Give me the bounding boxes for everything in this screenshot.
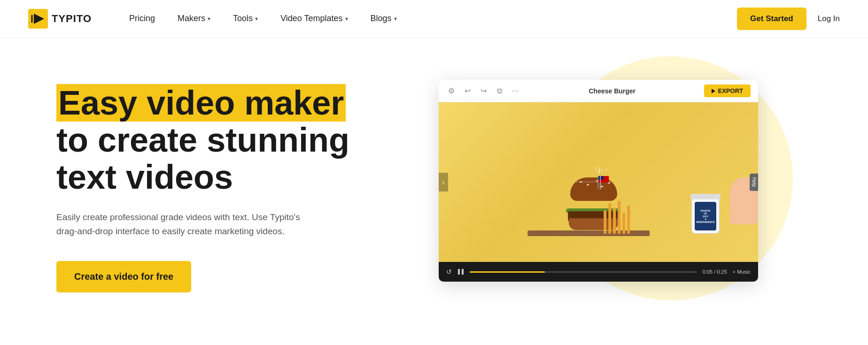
sesame-2: [587, 184, 589, 185]
cup-label-text: FOURTHOFJULY★INDEPENDENCE: [696, 209, 715, 223]
editor-toolbar: ⚙ ↩ ↪ ⧉ ⋯ Cheese Burger EXPORT: [439, 80, 758, 102]
cta-button[interactable]: Create a video for free: [56, 261, 191, 292]
tools-dropdown-icon: ▾: [255, 15, 258, 22]
export-label: EXPORT: [718, 87, 743, 94]
hero-title-highlight: Easy video maker: [56, 84, 346, 122]
cup-body: FOURTHOFJULY★INDEPENDENCE: [691, 199, 720, 234]
help-tab[interactable]: Help: [750, 174, 758, 191]
logo-text: TYPITO: [52, 13, 92, 25]
editor-mockup: ⚙ ↩ ↪ ⧉ ⋯ Cheese Burger EXPORT: [439, 80, 758, 282]
export-button[interactable]: EXPORT: [704, 84, 751, 97]
nav-video-templates[interactable]: Video Templates ▾: [280, 14, 348, 23]
nav-makers[interactable]: Makers ▾: [178, 14, 210, 23]
video-nav-left[interactable]: ‹: [439, 173, 448, 192]
nav-actions: Get Started Log In: [737, 8, 840, 30]
export-play-icon: [712, 89, 715, 93]
fry-6: [627, 206, 630, 234]
hero-content: Easy video maker to create stunning text…: [56, 66, 376, 292]
hero-subtitle: Easily create professional grade videos …: [56, 210, 319, 239]
progress-bar[interactable]: [470, 271, 697, 273]
get-started-button[interactable]: Get Started: [737, 8, 806, 30]
pause-button[interactable]: [457, 268, 464, 275]
cup-label: FOURTHOFJULY★INDEPENDENCE: [695, 202, 716, 230]
wood-board: [527, 230, 650, 236]
sparkler: [600, 167, 605, 189]
settings-icon[interactable]: ⚙: [446, 86, 457, 96]
fry-5: [622, 213, 625, 234]
cup: FOURTHOFJULY★INDEPENDENCE: [691, 194, 721, 234]
svg-rect-4: [462, 269, 464, 275]
nav-links: Pricing Makers ▾ Tools ▾ Video Templates…: [129, 14, 737, 23]
hero-section: Easy video maker to create stunning text…: [0, 38, 868, 345]
music-button[interactable]: + Music: [733, 269, 751, 275]
video-area: FOURTHOFJULY★INDEPENDENCE: [439, 102, 758, 262]
blogs-dropdown-icon: ▾: [394, 15, 397, 22]
nav-pricing[interactable]: Pricing: [129, 14, 155, 23]
sparkler-stick: [600, 175, 601, 189]
logo[interactable]: TYPITO: [28, 9, 92, 29]
copy-icon[interactable]: ⧉: [494, 86, 504, 96]
svg-rect-3: [458, 269, 460, 275]
pause-icon: [457, 268, 464, 275]
spark-5: [604, 168, 608, 173]
navigation: TYPITO Pricing Makers ▾ Tools ▾ Video Te…: [0, 0, 868, 38]
makers-dropdown-icon: ▾: [208, 15, 210, 22]
editor-title: Cheese Burger: [520, 87, 704, 95]
nav-tools[interactable]: Tools ▾: [233, 14, 258, 23]
undo-icon[interactable]: ↩: [462, 86, 473, 96]
progress-fill: [470, 271, 545, 273]
cup-lid: [690, 194, 721, 199]
hero-title-line3: text videos: [56, 158, 233, 196]
hero-title-line2: to create stunning: [56, 121, 349, 159]
logo-icon: [28, 9, 48, 29]
flag: [597, 176, 598, 189]
fry-4: [618, 201, 620, 234]
reload-button[interactable]: ↺: [446, 268, 452, 276]
video-templates-dropdown-icon: ▾: [345, 15, 348, 22]
hero-visual: ⚙ ↩ ↪ ⧉ ⋯ Cheese Burger EXPORT: [376, 66, 821, 282]
bun-top: [570, 177, 617, 201]
redo-icon[interactable]: ↪: [478, 86, 488, 96]
nav-blogs[interactable]: Blogs ▾: [371, 14, 397, 23]
hero-title: Easy video maker to create stunning text…: [56, 84, 376, 196]
time-display: 0:05 / 0:25: [703, 269, 727, 275]
sesame-1: [580, 181, 582, 183]
spark-1: [595, 168, 597, 173]
spark-4: [599, 169, 603, 174]
login-button[interactable]: Log In: [818, 14, 840, 23]
toolbar-left: ⚙ ↩ ↪ ⧉ ⋯: [446, 86, 520, 96]
video-controls: ↺ 0:05 / 0:25 + Music: [439, 262, 758, 282]
fry-2: [608, 203, 611, 234]
fry-3: [613, 208, 616, 234]
fry-1: [604, 210, 606, 234]
more-icon[interactable]: ⋯: [510, 86, 520, 96]
burger-scene: FOURTHOFJULY★INDEPENDENCE: [439, 102, 758, 262]
fries: [604, 201, 630, 234]
